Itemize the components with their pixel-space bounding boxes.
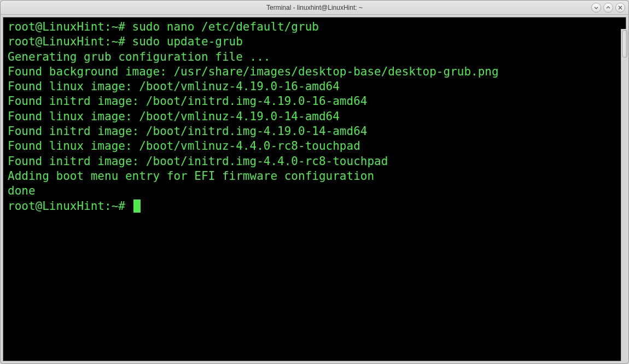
terminal-line: Found initrd image: /boot/initrd.img-4.1… bbox=[8, 94, 621, 109]
terminal-line: Found initrd image: /boot/initrd.img-4.4… bbox=[8, 154, 621, 169]
prompt: root@LinuxHint:~# bbox=[8, 20, 132, 33]
terminal-line: Found linux image: /boot/vmlinuz-4.19.0-… bbox=[8, 79, 621, 94]
window-controls bbox=[591, 3, 625, 13]
minimize-icon bbox=[594, 5, 598, 10]
prompt: root@LinuxHint:~# bbox=[8, 35, 132, 48]
terminal-line: done bbox=[8, 184, 621, 198]
scrollbar-thumb[interactable] bbox=[622, 30, 627, 57]
minimize-button[interactable] bbox=[591, 3, 601, 13]
maximize-icon bbox=[606, 5, 610, 10]
terminal-output-area[interactable]: root@LinuxHint:~# sudo nano /etc/default… bbox=[3, 17, 626, 361]
maximize-button[interactable] bbox=[603, 3, 613, 13]
output-text: Found linux image: /boot/vmlinuz-4.4.0-r… bbox=[8, 139, 360, 152]
output-text: Found linux image: /boot/vmlinuz-4.19.0-… bbox=[8, 110, 340, 123]
output-text: Found initrd image: /boot/initrd.img-4.1… bbox=[8, 95, 367, 108]
terminal-line: Found linux image: /boot/vmlinuz-4.4.0-r… bbox=[8, 139, 621, 154]
terminal-line: root@LinuxHint:~# sudo update-grub bbox=[8, 34, 621, 49]
terminal-line: root@LinuxHint:~# bbox=[8, 199, 621, 214]
output-text: Found background image: /usr/share/image… bbox=[8, 65, 499, 78]
output-text: Adding boot menu entry for EFI firmware … bbox=[8, 169, 374, 183]
terminal-window: Terminal - linuxhint@LinuxHint: ~ root@L… bbox=[0, 0, 629, 364]
output-text: Found initrd image: /boot/initrd.img-4.4… bbox=[8, 155, 388, 168]
output-text: Found linux image: /boot/vmlinuz-4.19.0-… bbox=[8, 80, 340, 93]
output-text: Found initrd image: /boot/initrd.img-4.1… bbox=[8, 125, 367, 138]
cursor bbox=[133, 199, 141, 213]
output-text: done bbox=[8, 184, 36, 197]
close-button[interactable] bbox=[615, 3, 625, 13]
terminal-line: Found background image: /usr/share/image… bbox=[8, 64, 621, 79]
titlebar[interactable]: Terminal - linuxhint@LinuxHint: ~ bbox=[1, 1, 628, 15]
window-title: Terminal - linuxhint@LinuxHint: ~ bbox=[4, 4, 625, 11]
terminal-line: Adding boot menu entry for EFI firmware … bbox=[8, 169, 621, 184]
terminal-line: Generating grub configuration file ... bbox=[8, 50, 621, 64]
prompt: root@LinuxHint:~# bbox=[8, 199, 132, 213]
terminal-line: Found initrd image: /boot/initrd.img-4.1… bbox=[8, 124, 621, 139]
command-text: sudo nano /etc/default/grub bbox=[132, 20, 319, 33]
close-icon bbox=[618, 5, 622, 10]
command-text: sudo update-grub bbox=[132, 35, 243, 48]
scrollbar-track[interactable] bbox=[621, 29, 628, 361]
output-text: Generating grub configuration file ... bbox=[8, 50, 270, 63]
terminal-line: Found linux image: /boot/vmlinuz-4.19.0-… bbox=[8, 109, 621, 124]
terminal-line: root@LinuxHint:~# sudo nano /etc/default… bbox=[8, 20, 621, 34]
